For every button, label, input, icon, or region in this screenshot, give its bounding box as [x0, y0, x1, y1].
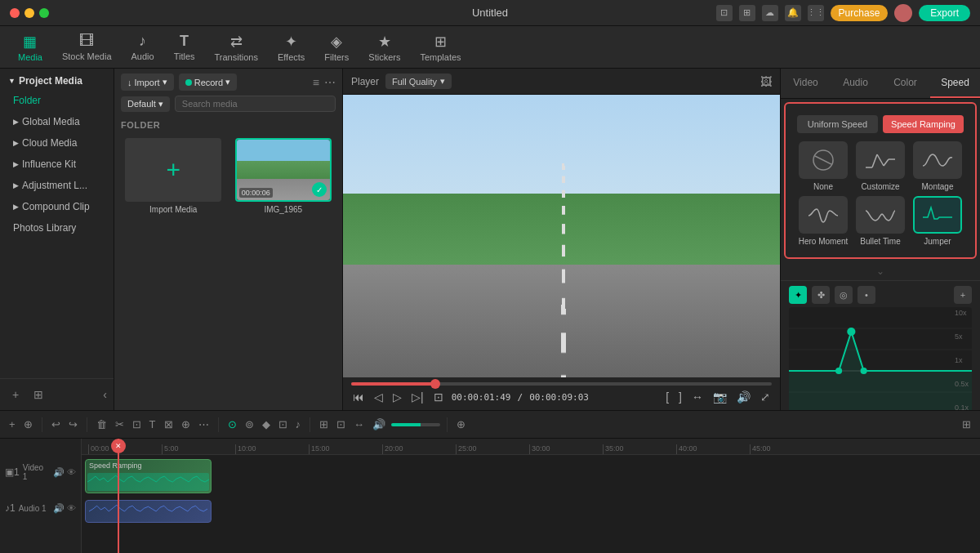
ramp-add-button[interactable]: ✦: [789, 286, 807, 304]
tl-add-track-button[interactable]: +: [7, 416, 18, 433]
close-button[interactable]: [10, 8, 20, 18]
speed-item-bullet[interactable]: Bullet Time: [854, 196, 906, 246]
tl-plus-circle-button[interactable]: ⊕: [454, 416, 468, 433]
audio-clip[interactable]: [85, 500, 212, 523]
filter-icon[interactable]: ≡: [313, 76, 319, 89]
link-button[interactable]: ⊞: [29, 386, 47, 404]
tl-link-button[interactable]: ⊙: [225, 416, 239, 433]
speed-ramp-button[interactable]: Speed Ramping: [883, 115, 964, 133]
tl-volume-slider[interactable]: [391, 423, 440, 426]
cloud-icon[interactable]: ☁: [762, 5, 778, 21]
sidebar-item-influence-kit[interactable]: ▶ Influence Kit: [0, 154, 114, 175]
sidebar-item-adjustment[interactable]: ▶ Adjustment L...: [0, 175, 114, 196]
tab-speed[interactable]: Speed: [930, 69, 980, 98]
tab-effects[interactable]: ✦ Effects: [268, 29, 314, 65]
maximize-button[interactable]: [39, 8, 49, 18]
import-button[interactable]: ↓ Import ▾: [121, 74, 174, 91]
ramp-smooth-button[interactable]: ✤: [812, 286, 830, 304]
ramp-add-point-button[interactable]: +: [954, 286, 972, 304]
collapse-panel-button[interactable]: ‹: [103, 386, 107, 404]
ramp-dot-button[interactable]: •: [858, 286, 875, 304]
media-item-img1965[interactable]: 00:00:06 ✓ IMG_1965: [231, 138, 336, 405]
tl-crop-button[interactable]: ⊠: [162, 416, 176, 433]
user-avatar[interactable]: [894, 4, 912, 22]
video-clip[interactable]: Speed Ramping: [85, 459, 212, 493]
tl-trim-button[interactable]: ⊡: [130, 416, 144, 433]
import-media-item[interactable]: + Import Media: [121, 138, 226, 405]
fullscreen-button[interactable]: ⤢: [759, 389, 772, 405]
ramp-normal-button[interactable]: ◎: [835, 286, 853, 304]
tab-audio[interactable]: Audio: [831, 69, 880, 98]
bell-icon[interactable]: 🔔: [785, 5, 801, 21]
tab-audio[interactable]: ♪ Audio: [122, 29, 164, 65]
tab-stock-media[interactable]: 🎞 Stock Media: [52, 29, 122, 65]
tl-redo-button[interactable]: ↪: [66, 416, 80, 433]
skip-back-button[interactable]: ⏮: [351, 389, 366, 405]
sidebar-item-global-media[interactable]: ▶ Global Media: [0, 111, 114, 132]
audio-track-eye-button[interactable]: 👁: [67, 503, 76, 514]
tl-audio-button[interactable]: ♪: [293, 416, 304, 433]
tl-layout-button[interactable]: ⊞: [960, 416, 973, 433]
screenshot-button[interactable]: 📷: [711, 389, 728, 405]
speed-item-customize[interactable]: Customize: [854, 141, 906, 191]
tl-transition-button[interactable]: ↔: [351, 416, 367, 433]
export-button[interactable]: Export: [919, 5, 970, 21]
sidebar-item-folder[interactable]: Folder: [0, 90, 114, 111]
snap-button[interactable]: ↔: [690, 389, 705, 405]
frame-fwd-button[interactable]: ▷|: [410, 389, 425, 405]
project-media-header[interactable]: ▼ Project Media: [0, 69, 114, 90]
more-icon[interactable]: ⋯: [324, 76, 336, 89]
tab-color[interactable]: Color: [880, 69, 930, 98]
tl-cut-button[interactable]: ✂: [113, 416, 127, 433]
tab-video[interactable]: Video: [781, 69, 831, 98]
tab-templates[interactable]: ⊞ Templates: [410, 29, 470, 65]
tl-composite-button[interactable]: ⊕: [179, 416, 193, 433]
minimize-button[interactable]: [24, 8, 34, 18]
mark-out-button[interactable]: ]: [677, 389, 684, 405]
tl-more-button[interactable]: ⋯: [196, 416, 212, 433]
grid-icon[interactable]: ⊞: [739, 5, 755, 21]
tl-keyframe-button[interactable]: ◆: [260, 416, 273, 433]
progress-thumb[interactable]: [430, 379, 440, 389]
progress-bar[interactable]: [351, 382, 772, 386]
tab-filters[interactable]: ◈ Filters: [314, 29, 359, 65]
default-sort-button[interactable]: Default ▾: [121, 96, 170, 112]
purchase-button[interactable]: Purchase: [831, 5, 889, 21]
tl-magnet-button[interactable]: ⊕: [21, 416, 35, 433]
sidebar-item-cloud-media[interactable]: ▶ Cloud Media: [0, 132, 114, 154]
tl-text-button[interactable]: T: [147, 416, 158, 433]
tl-speed-button[interactable]: ⊞: [317, 416, 331, 433]
quality-selector[interactable]: Full Quality ▾: [385, 74, 452, 89]
record-button[interactable]: Record ▾: [179, 74, 237, 91]
speed-item-montage[interactable]: Montage: [911, 141, 964, 191]
tl-volume-icon-button[interactable]: 🔊: [370, 416, 388, 433]
tab-stickers[interactable]: ★ Stickers: [359, 29, 410, 65]
speed-item-hero[interactable]: Hero Moment: [797, 196, 849, 246]
preview-image-icon[interactable]: 🖼: [760, 75, 772, 88]
speed-item-jumper[interactable]: Jumper: [911, 196, 964, 246]
tl-effect-button[interactable]: ⊡: [334, 416, 348, 433]
frame-back-button[interactable]: ◁: [372, 389, 385, 405]
video-track-eye-button[interactable]: 👁: [67, 467, 76, 478]
sidebar-item-photos-library[interactable]: Photos Library: [0, 217, 114, 239]
apps-icon[interactable]: ⋮⋮: [808, 5, 824, 21]
volume-button[interactable]: 🔊: [735, 389, 752, 405]
video-track-speaker-button[interactable]: 🔊: [53, 467, 65, 478]
add-media-button[interactable]: +: [7, 386, 24, 404]
uniform-speed-button[interactable]: Uniform Speed: [797, 115, 878, 133]
search-input[interactable]: [175, 96, 336, 112]
play-button[interactable]: ▷: [391, 389, 403, 405]
audio-track-speaker-button[interactable]: 🔊: [53, 503, 65, 514]
loop-button[interactable]: ⊡: [432, 389, 445, 405]
tab-titles[interactable]: T Titles: [164, 29, 205, 65]
tab-media[interactable]: ▦ Media: [8, 29, 52, 65]
tab-transitions[interactable]: ⇄ Transitions: [205, 29, 268, 65]
playhead-handle[interactable]: ✕: [111, 439, 126, 453]
monitor-icon[interactable]: ⊡: [716, 5, 733, 21]
tl-record-button[interactable]: ⊚: [243, 416, 256, 433]
speed-item-none[interactable]: None: [797, 141, 849, 191]
tl-undo-button[interactable]: ↩: [49, 416, 63, 433]
mark-in-button[interactable]: [: [664, 389, 670, 405]
sidebar-item-compound[interactable]: ▶ Compound Clip: [0, 196, 114, 217]
tl-mute-button[interactable]: ⊡: [276, 416, 290, 433]
